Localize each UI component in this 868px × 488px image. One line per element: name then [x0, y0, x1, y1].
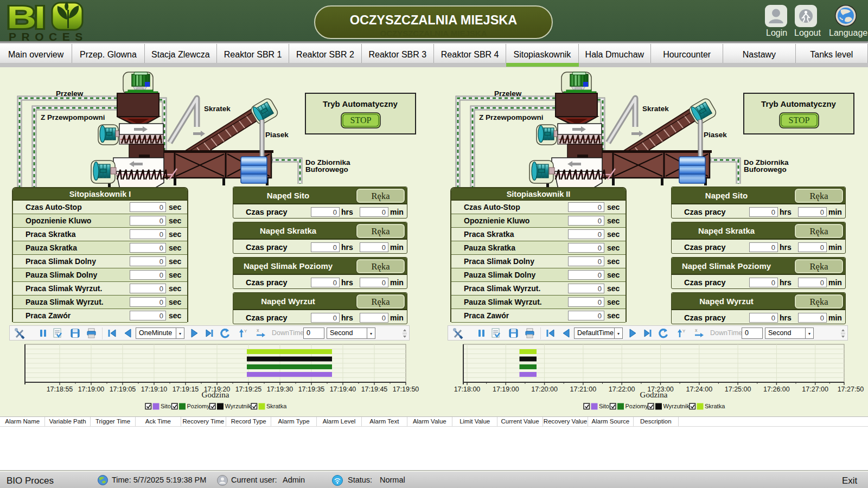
- svg-text:Sito: Sito: [599, 403, 609, 409]
- svg-text:17:19:45: 17:19:45: [361, 386, 388, 393]
- svg-text:Z Przewpompowni: Z Przewpompowni: [479, 113, 544, 121]
- svg-text:Godzina: Godzina: [640, 390, 668, 399]
- svg-text:17:21:00: 17:21:00: [570, 386, 597, 393]
- svg-text:BI: BI: [7, 1, 44, 35]
- svg-text:Buforowego: Buforowego: [744, 165, 787, 174]
- svg-text:x: x: [695, 328, 698, 333]
- svg-text:PROCES: PROCES: [9, 30, 88, 43]
- svg-text:x: x: [257, 328, 259, 333]
- svg-text:Poziomy: Poziomy: [187, 403, 210, 409]
- svg-text:Skratek: Skratek: [642, 105, 669, 113]
- svg-text:Z Przewpompowni: Z Przewpompowni: [41, 113, 105, 121]
- svg-text:17:19:00: 17:19:00: [78, 386, 105, 393]
- svg-text:Skratka: Skratka: [705, 403, 725, 409]
- svg-text:STOP: STOP: [350, 115, 372, 125]
- svg-text:Skratka: Skratka: [266, 403, 287, 409]
- svg-text:17:19:00: 17:19:00: [493, 386, 519, 393]
- svg-text:17:27:50: 17:27:50: [838, 386, 864, 393]
- svg-text:17:27:00: 17:27:00: [802, 386, 828, 393]
- svg-text:17:19:05: 17:19:05: [110, 386, 136, 393]
- svg-text:Przelew: Przelew: [494, 89, 522, 98]
- svg-text:Poziomy: Poziomy: [626, 403, 649, 409]
- svg-text:Buforowego: Buforowego: [305, 165, 348, 174]
- svg-text:17:24:00: 17:24:00: [686, 386, 712, 393]
- svg-text:17:26:00: 17:26:00: [763, 386, 790, 393]
- svg-text:Y: Y: [244, 329, 247, 333]
- svg-text:Piasek: Piasek: [265, 131, 289, 139]
- svg-text:17:19:30: 17:19:30: [267, 386, 293, 393]
- svg-text:Sito: Sito: [161, 403, 171, 409]
- svg-text:Godzina: Godzina: [202, 390, 229, 399]
- svg-text:17:19:15: 17:19:15: [173, 386, 199, 393]
- svg-text:17:19:40: 17:19:40: [330, 386, 356, 393]
- svg-text:Skratek: Skratek: [204, 105, 231, 113]
- svg-text:17:19:50: 17:19:50: [393, 386, 419, 393]
- svg-text:Wyrzutnik: Wyrzutnik: [225, 403, 252, 409]
- svg-text:Wyrzutnik: Wyrzutnik: [663, 403, 690, 409]
- svg-text:Tryb Automatyczny: Tryb Automatyczny: [323, 99, 398, 108]
- svg-text:Przelew: Przelew: [56, 89, 84, 98]
- svg-text:17:25:00: 17:25:00: [725, 386, 751, 393]
- svg-text:17:19:25: 17:19:25: [235, 386, 262, 393]
- svg-text:17:22:00: 17:22:00: [609, 386, 635, 393]
- svg-text:17:20:00: 17:20:00: [531, 386, 558, 393]
- svg-text:17:19:10: 17:19:10: [141, 386, 168, 393]
- svg-text:Y: Y: [682, 329, 686, 333]
- svg-text:STOP: STOP: [789, 115, 810, 125]
- svg-text:17:18:00: 17:18:00: [454, 386, 481, 393]
- svg-text:17:18:55: 17:18:55: [47, 386, 73, 393]
- svg-text:17:19:35: 17:19:35: [298, 386, 325, 393]
- svg-text:Piasek: Piasek: [704, 131, 727, 139]
- svg-text:Tryb Automatyczny: Tryb Automatyczny: [761, 99, 836, 108]
